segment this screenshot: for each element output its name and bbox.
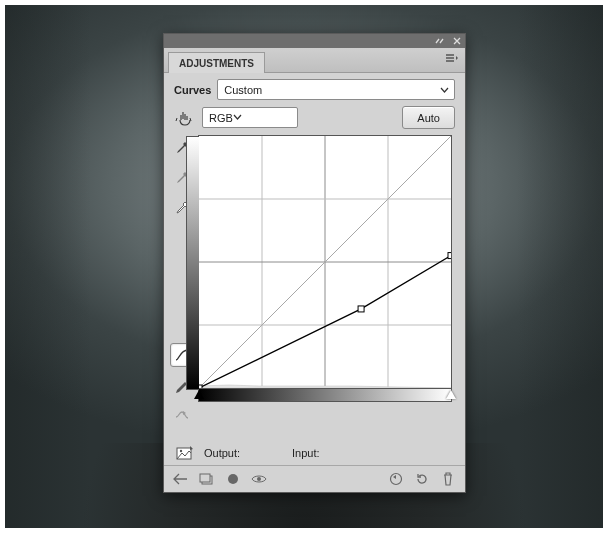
- white-point-slider[interactable]: [446, 390, 456, 399]
- panel-menu-icon[interactable]: [445, 53, 459, 67]
- svg-rect-9: [448, 253, 451, 259]
- channel-select[interactable]: RGB: [202, 107, 298, 128]
- output-gradient-strip: [186, 136, 199, 390]
- black-point-slider[interactable]: [194, 390, 204, 399]
- chevron-down-icon: [440, 85, 449, 97]
- svg-point-14: [228, 474, 238, 484]
- collapse-icon[interactable]: [435, 37, 447, 45]
- chevron-down-icon: [233, 112, 242, 124]
- auto-button-label: Auto: [417, 112, 440, 124]
- panel-footer: [164, 465, 465, 492]
- tab-adjustments[interactable]: ADJUSTMENTS: [168, 52, 265, 73]
- preset-value: Custom: [224, 84, 262, 96]
- clip-preview-icon[interactable]: [174, 445, 196, 461]
- curves-graph[interactable]: [198, 135, 452, 389]
- svg-rect-8: [358, 306, 364, 312]
- panel-tab-bar: ADJUSTMENTS: [164, 48, 465, 73]
- output-label: Output:: [204, 447, 276, 459]
- reset-icon[interactable]: [413, 470, 431, 488]
- close-icon[interactable]: [453, 37, 461, 45]
- svg-point-15: [257, 477, 261, 481]
- mask-circle-icon[interactable]: [224, 470, 242, 488]
- channel-row: RGB Auto: [164, 104, 465, 135]
- targeted-adjust-tool-icon[interactable]: [174, 109, 196, 127]
- svg-rect-7: [199, 385, 202, 388]
- adjustments-panel: ADJUSTMENTS Curves Custom RGB Auto: [163, 33, 466, 493]
- smooth-curve-icon[interactable]: [170, 403, 194, 427]
- layer-stack-icon[interactable]: [198, 470, 216, 488]
- preset-row: Curves Custom: [164, 73, 465, 104]
- input-label: Input:: [292, 447, 364, 459]
- preset-select[interactable]: Custom: [217, 79, 455, 100]
- trash-icon[interactable]: [439, 470, 457, 488]
- back-arrow-icon[interactable]: [172, 470, 190, 488]
- svg-rect-13: [200, 474, 210, 482]
- input-output-row: Output: Input:: [164, 439, 465, 465]
- svg-point-11: [180, 450, 182, 452]
- tab-label: ADJUSTMENTS: [179, 58, 254, 69]
- channel-value: RGB: [209, 112, 233, 124]
- previous-state-icon[interactable]: [387, 470, 405, 488]
- adjustment-kind-label: Curves: [174, 84, 211, 96]
- panel-titlebar[interactable]: [164, 34, 465, 48]
- auto-button[interactable]: Auto: [402, 106, 455, 129]
- visibility-eye-icon[interactable]: [250, 470, 268, 488]
- svg-rect-10: [177, 448, 191, 459]
- input-gradient-strip[interactable]: [198, 389, 452, 402]
